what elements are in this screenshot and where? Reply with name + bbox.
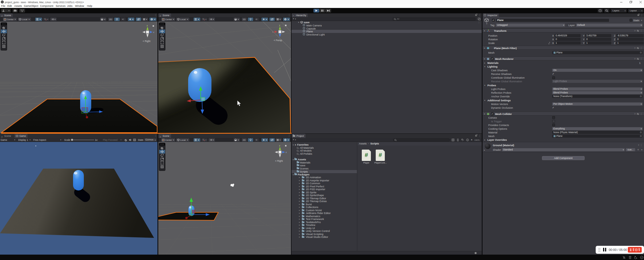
svg-text:y: y [147, 24, 148, 27]
svg-text:2D: 2D [243, 18, 246, 21]
svg-text:x: x [272, 31, 273, 33]
svg-text:z: z [286, 151, 287, 154]
svg-text:z: z [153, 31, 154, 33]
svg-text:< Persp: < Persp [274, 39, 282, 42]
svg-text:Local: Local [22, 18, 27, 21]
svg-text:Center: Center [165, 139, 172, 141]
svg-text:Center: Center [7, 18, 14, 21]
svg-text:< Right: < Right [275, 160, 283, 162]
svg-text:2D: 2D [243, 139, 246, 141]
svg-text:Local: Local [180, 139, 186, 141]
svg-text:y: y [279, 24, 280, 26]
svg-text:2D: 2D [109, 18, 112, 21]
svg-text:Local: Local [180, 18, 186, 21]
svg-text:Center: Center [165, 18, 172, 21]
svg-text:< Right: < Right [143, 40, 151, 43]
svg-text:y: y [279, 144, 280, 147]
